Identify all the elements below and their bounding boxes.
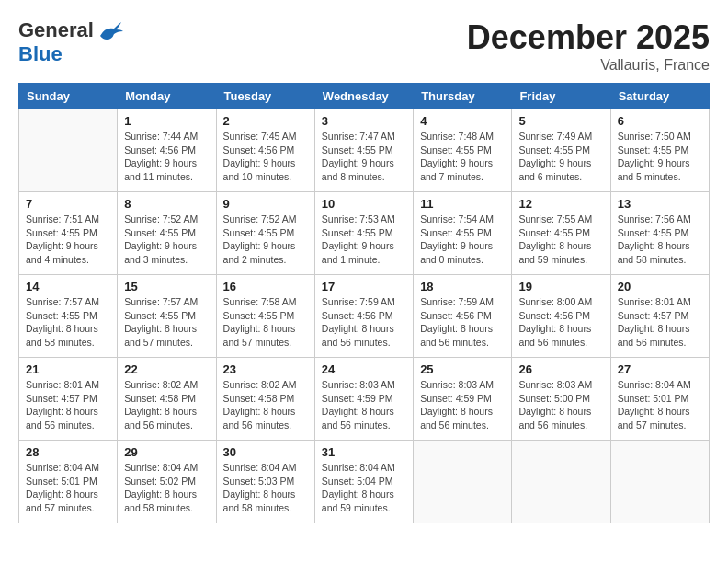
day-info: Sunrise: 7:50 AMSunset: 4:55 PMDaylight:… <box>618 130 702 184</box>
calendar-cell: 17Sunrise: 7:59 AMSunset: 4:56 PMDayligh… <box>314 275 413 358</box>
calendar-cell: 12Sunrise: 7:55 AMSunset: 4:55 PMDayligh… <box>512 192 610 275</box>
calendar-cell <box>19 109 118 192</box>
day-number: 1 <box>124 114 209 128</box>
weekday-header: Friday <box>512 84 610 109</box>
calendar-cell <box>610 441 709 523</box>
calendar-cell: 6Sunrise: 7:50 AMSunset: 4:55 PMDaylight… <box>610 109 709 192</box>
calendar-week-row: 7Sunrise: 7:51 AMSunset: 4:55 PMDaylight… <box>19 192 710 275</box>
calendar-cell: 7Sunrise: 7:51 AMSunset: 4:55 PMDaylight… <box>19 192 118 275</box>
logo-bird-icon <box>96 19 123 42</box>
calendar-cell: 8Sunrise: 7:52 AMSunset: 4:55 PMDaylight… <box>118 192 216 275</box>
calendar-cell: 3Sunrise: 7:47 AMSunset: 4:55 PMDaylight… <box>314 109 413 192</box>
day-info: Sunrise: 7:57 AMSunset: 4:55 PMDaylight:… <box>124 295 209 350</box>
day-number: 18 <box>420 280 505 293</box>
calendar-table: SundayMondayTuesdayWednesdayThursdayFrid… <box>18 83 710 523</box>
day-info: Sunrise: 8:03 AMSunset: 5:00 PMDaylight:… <box>518 378 603 432</box>
calendar-cell: 23Sunrise: 8:02 AMSunset: 4:58 PMDayligh… <box>216 358 314 441</box>
day-info: Sunrise: 7:45 AMSunset: 4:56 PMDaylight:… <box>223 130 308 184</box>
day-number: 25 <box>420 362 505 376</box>
calendar-cell: 13Sunrise: 7:56 AMSunset: 4:55 PMDayligh… <box>610 192 709 275</box>
weekday-header: Sunday <box>19 84 118 109</box>
day-info: Sunrise: 7:48 AMSunset: 4:55 PMDaylight:… <box>420 130 505 184</box>
day-info: Sunrise: 7:53 AMSunset: 4:55 PMDaylight:… <box>322 213 406 267</box>
day-info: Sunrise: 8:04 AMSunset: 5:02 PMDaylight:… <box>124 461 209 515</box>
weekday-header: Tuesday <box>216 84 314 109</box>
calendar-week-row: 1Sunrise: 7:44 AMSunset: 4:56 PMDaylight… <box>19 109 710 192</box>
day-number: 7 <box>26 197 110 211</box>
day-info: Sunrise: 8:04 AMSunset: 5:03 PMDaylight:… <box>223 461 308 515</box>
location-subtitle: Vallauris, France <box>467 57 710 74</box>
weekday-header: Monday <box>118 84 216 109</box>
calendar-cell: 30Sunrise: 8:04 AMSunset: 5:03 PMDayligh… <box>216 441 314 523</box>
calendar-cell: 16Sunrise: 7:58 AMSunset: 4:55 PMDayligh… <box>216 275 314 358</box>
logo-blue-text: Blue <box>18 42 63 66</box>
calendar-cell: 4Sunrise: 7:48 AMSunset: 4:55 PMDaylight… <box>414 109 512 192</box>
day-info: Sunrise: 7:59 AMSunset: 4:56 PMDaylight:… <box>322 295 406 350</box>
day-number: 30 <box>223 445 308 459</box>
day-info: Sunrise: 7:59 AMSunset: 4:56 PMDaylight:… <box>420 295 505 350</box>
day-info: Sunrise: 7:56 AMSunset: 4:55 PMDaylight:… <box>618 213 702 267</box>
day-number: 29 <box>124 445 209 459</box>
day-number: 27 <box>618 362 702 376</box>
day-info: Sunrise: 7:57 AMSunset: 4:55 PMDaylight:… <box>26 295 110 350</box>
calendar-cell: 11Sunrise: 7:54 AMSunset: 4:55 PMDayligh… <box>414 192 512 275</box>
day-info: Sunrise: 8:00 AMSunset: 4:56 PMDaylight:… <box>518 295 603 350</box>
day-number: 13 <box>618 197 702 211</box>
calendar-week-row: 21Sunrise: 8:01 AMSunset: 4:57 PMDayligh… <box>19 358 710 441</box>
day-number: 24 <box>322 362 406 376</box>
calendar-cell: 24Sunrise: 8:03 AMSunset: 4:59 PMDayligh… <box>314 358 413 441</box>
calendar-cell: 9Sunrise: 7:52 AMSunset: 4:55 PMDaylight… <box>216 192 314 275</box>
day-number: 8 <box>124 197 209 211</box>
calendar-cell: 19Sunrise: 8:00 AMSunset: 4:56 PMDayligh… <box>512 275 610 358</box>
calendar-cell: 2Sunrise: 7:45 AMSunset: 4:56 PMDaylight… <box>216 109 314 192</box>
day-number: 12 <box>518 197 603 211</box>
day-info: Sunrise: 7:55 AMSunset: 4:55 PMDaylight:… <box>518 213 603 267</box>
calendar-cell: 26Sunrise: 8:03 AMSunset: 5:00 PMDayligh… <box>512 358 610 441</box>
day-info: Sunrise: 7:44 AMSunset: 4:56 PMDaylight:… <box>124 130 209 184</box>
day-number: 17 <box>322 280 406 293</box>
day-number: 14 <box>26 280 110 293</box>
day-number: 19 <box>518 280 603 293</box>
logo-general-text: General <box>18 18 94 42</box>
calendar-cell: 10Sunrise: 7:53 AMSunset: 4:55 PMDayligh… <box>314 192 413 275</box>
calendar-cell: 20Sunrise: 8:01 AMSunset: 4:57 PMDayligh… <box>610 275 709 358</box>
day-info: Sunrise: 7:49 AMSunset: 4:55 PMDaylight:… <box>518 130 603 184</box>
logo: General Blue <box>18 18 123 66</box>
day-info: Sunrise: 7:52 AMSunset: 4:55 PMDaylight:… <box>223 213 308 267</box>
calendar-cell <box>414 441 512 523</box>
day-number: 28 <box>26 445 110 459</box>
day-number: 20 <box>618 280 702 293</box>
day-number: 5 <box>518 114 603 128</box>
weekday-header-row: SundayMondayTuesdayWednesdayThursdayFrid… <box>19 84 710 109</box>
calendar-cell <box>512 441 610 523</box>
day-number: 23 <box>223 362 308 376</box>
weekday-header: Thursday <box>414 84 512 109</box>
month-title: December 2025 <box>467 18 710 57</box>
calendar-cell: 27Sunrise: 8:04 AMSunset: 5:01 PMDayligh… <box>610 358 709 441</box>
day-info: Sunrise: 8:02 AMSunset: 4:58 PMDaylight:… <box>223 378 308 432</box>
calendar-cell: 25Sunrise: 8:03 AMSunset: 4:59 PMDayligh… <box>414 358 512 441</box>
day-info: Sunrise: 8:02 AMSunset: 4:58 PMDaylight:… <box>124 378 209 432</box>
day-info: Sunrise: 8:04 AMSunset: 5:01 PMDaylight:… <box>618 378 702 432</box>
day-number: 31 <box>322 445 406 459</box>
weekday-header: Wednesday <box>314 84 413 109</box>
day-info: Sunrise: 7:52 AMSunset: 4:55 PMDaylight:… <box>124 213 209 267</box>
day-info: Sunrise: 8:04 AMSunset: 5:01 PMDaylight:… <box>26 461 110 515</box>
calendar-week-row: 28Sunrise: 8:04 AMSunset: 5:01 PMDayligh… <box>19 441 710 523</box>
day-info: Sunrise: 7:58 AMSunset: 4:55 PMDaylight:… <box>223 295 308 350</box>
calendar-cell: 14Sunrise: 7:57 AMSunset: 4:55 PMDayligh… <box>19 275 118 358</box>
title-area: December 2025 Vallauris, France <box>467 18 710 74</box>
calendar-cell: 28Sunrise: 8:04 AMSunset: 5:01 PMDayligh… <box>19 441 118 523</box>
calendar-cell: 1Sunrise: 7:44 AMSunset: 4:56 PMDaylight… <box>118 109 216 192</box>
day-info: Sunrise: 8:01 AMSunset: 4:57 PMDaylight:… <box>618 295 702 350</box>
day-number: 2 <box>223 114 308 128</box>
day-info: Sunrise: 8:03 AMSunset: 4:59 PMDaylight:… <box>420 378 505 432</box>
calendar-cell: 29Sunrise: 8:04 AMSunset: 5:02 PMDayligh… <box>118 441 216 523</box>
day-number: 9 <box>223 197 308 211</box>
calendar-cell: 5Sunrise: 7:49 AMSunset: 4:55 PMDaylight… <box>512 109 610 192</box>
day-number: 16 <box>223 280 308 293</box>
day-info: Sunrise: 7:54 AMSunset: 4:55 PMDaylight:… <box>420 213 505 267</box>
day-number: 6 <box>618 114 702 128</box>
calendar-cell: 31Sunrise: 8:04 AMSunset: 5:04 PMDayligh… <box>314 441 413 523</box>
day-info: Sunrise: 8:03 AMSunset: 4:59 PMDaylight:… <box>322 378 406 432</box>
